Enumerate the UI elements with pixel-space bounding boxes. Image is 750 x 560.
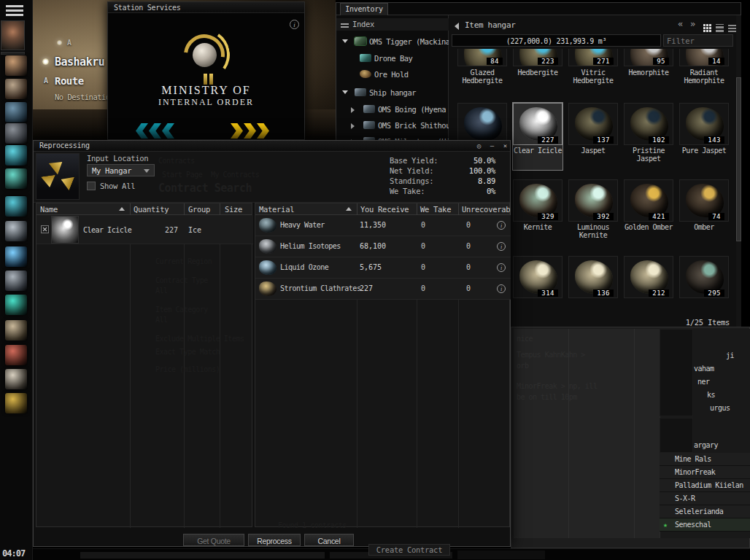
get-quote-button[interactable]: Get Quote [183,534,244,546]
tree-item[interactable]: OMS Brick Shithou [336,120,449,131]
neocom-menu-icon[interactable] [6,5,23,17]
tree-item[interactable]: OMS Tigger (Mackina [336,36,449,47]
tree-expand-right-icon[interactable] [351,123,355,129]
item-icon[interactable]: 95 [624,49,673,66]
item-checkbox[interactable] [41,225,49,233]
scrollbar-thumb[interactable] [736,77,741,241]
view-icons-icon[interactable] [703,24,705,26]
info-icon[interactable]: i [290,20,299,29]
name-column-header[interactable]: Name [40,205,58,214]
view-details-icon[interactable] [728,24,736,32]
item-icon[interactable]: 14 [679,49,729,66]
chevron-right-icon [257,123,269,139]
item-icon[interactable]: 392 [568,179,618,222]
item-icon[interactable]: 136 [568,256,618,298]
assets-icon[interactable] [5,271,27,291]
compact-window-icon[interactable]: ◎ [473,142,484,150]
fitting-icon[interactable] [5,196,27,217]
tree-item[interactable]: Ore Hold [336,69,449,80]
view-list-icon[interactable] [716,24,724,32]
nav-back-icon[interactable]: « [678,19,683,29]
back-arrow-icon[interactable] [455,23,459,30]
ship-icon [363,105,375,113]
chat-divider [634,329,635,538]
route-label[interactable]: Route [55,75,84,87]
item-icon[interactable]: 329 [513,179,562,222]
close-icon[interactable]: × [500,142,511,150]
member-row[interactable]: S-X-R [660,492,750,505]
item-icon[interactable]: 74 [679,179,729,222]
item-icon[interactable]: 271 [568,49,618,66]
index-title: Index [352,20,374,28]
item-icon[interactable]: 421 [624,179,673,222]
member-row[interactable]: Mine Rals [660,453,750,466]
unrecoverable-column-header[interactable]: Unrecoverable [462,205,510,214]
reprocessing-title[interactable]: Reprocessing [34,141,510,152]
minimize-icon[interactable]: – [487,142,498,150]
item-icon[interactable]: 314 [513,256,562,298]
item-icon[interactable]: 143 [679,103,729,145]
filter-input[interactable] [663,34,733,47]
we-take-column-header[interactable]: We Take [420,205,451,214]
mining-icon[interactable] [5,168,27,189]
you-receive-column-header[interactable]: You Receive [360,205,409,214]
info-icon[interactable]: i [497,284,506,293]
item-icon[interactable]: 102 [624,103,673,145]
info-icon[interactable]: i [497,263,506,272]
wallet-icon[interactable] [5,295,27,315]
tree-expand-right-icon[interactable] [351,107,355,113]
tree-item[interactable]: Ship hangar [336,87,449,98]
items-icon[interactable] [5,123,27,144]
info-icon[interactable]: i [497,242,506,251]
ship-hangar-icon[interactable] [5,102,27,122]
member-row[interactable]: Selelerianda [660,505,750,518]
item-label: Luminous Kernite [567,223,619,239]
item-label: Glazed Hedbergite [456,69,509,85]
item-icon[interactable]: 212 [624,256,673,298]
material-column-header[interactable]: Material [259,205,294,214]
dropdown-value: My Hangar [92,166,131,175]
contacts-icon[interactable] [5,221,27,241]
output-materials-table: Material You Receive We Take Unrecoverab… [255,203,510,527]
member-name: Seneschal [675,521,711,529]
group-column-header[interactable]: Group [188,205,210,214]
item-icon[interactable]: 227 [513,103,562,145]
tree-item[interactable]: OMS Boing (Hyena [336,104,449,115]
system-name[interactable]: Bashakru [55,55,104,69]
item-icon[interactable]: 223 [513,49,562,66]
contracts-icon[interactable] [5,369,27,389]
tree-item[interactable]: Drone Bay [336,52,449,64]
item-icon[interactable]: 84 [457,49,507,66]
agents-icon[interactable] [5,79,27,99]
member-row[interactable]: MinorFreak [660,466,750,479]
reprocess-button[interactable]: Reprocess [248,534,301,546]
info-icon[interactable]: i [497,221,506,230]
create-contract-button[interactable]: Create Contract [368,544,450,556]
tree-expand-down-icon[interactable] [342,90,348,94]
show-all-checkbox[interactable] [87,182,96,190]
character-icon[interactable] [5,55,27,76]
journal-icon[interactable] [5,320,27,341]
mail-icon[interactable] [5,145,27,166]
station-services-title[interactable]: Station Services [108,2,304,13]
reprocessing-plant-icon[interactable] [5,393,27,413]
corporation-icon[interactable] [5,345,27,365]
member-row[interactable]: Palladium Kiielan [660,479,750,492]
input-item-row[interactable]: Clear Icicle 227 Ice [36,215,253,244]
quantity-column-header[interactable]: Quantity [134,205,169,214]
cancel-button[interactable]: Cancel [304,534,354,546]
character-portrait[interactable] [1,20,25,50]
item-icon[interactable]: 137 [568,103,618,145]
item-icon[interactable] [457,103,507,145]
tab-inventory[interactable]: Inventory [340,3,388,15]
market-icon[interactable] [5,246,27,267]
overlapping-panel [660,418,693,453]
item-icon[interactable]: 295 [679,256,729,298]
size-column-header[interactable]: Size [225,205,242,214]
tree-expand-down-icon[interactable] [342,39,348,43]
chevron-right-icon [231,123,243,139]
input-location-dropdown[interactable]: My Hangar [87,164,155,176]
index-header[interactable]: Index [336,18,449,31]
member-row[interactable]: ★Seneschal [660,518,750,532]
nav-forward-icon[interactable]: » [690,19,695,29]
